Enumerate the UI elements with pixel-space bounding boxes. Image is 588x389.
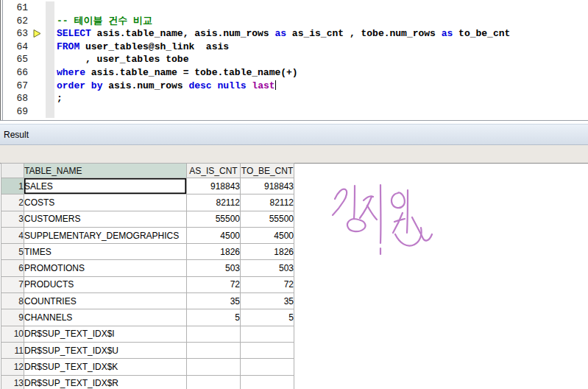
code-line[interactable]: 67order by asis.num_rows desc nulls last bbox=[3, 80, 588, 93]
cell-as-is-cnt[interactable] bbox=[187, 359, 241, 375]
column-header-to-be-cnt[interactable]: TO_BE_CNT bbox=[241, 164, 294, 178]
gutter-separator bbox=[46, 92, 54, 105]
cell-as-is-cnt[interactable] bbox=[187, 326, 241, 342]
row-number-cell[interactable]: 10 bbox=[1, 326, 24, 342]
row-number-cell[interactable]: 6 bbox=[1, 260, 24, 276]
marker-gutter bbox=[28, 53, 46, 66]
row-number-cell[interactable]: 9 bbox=[1, 309, 24, 326]
table-row: 3CUSTOMERS5550055500 bbox=[1, 211, 294, 227]
row-number-cell[interactable]: 11 bbox=[1, 342, 24, 358]
gutter-separator bbox=[46, 27, 54, 41]
code-line[interactable]: 64FROM user_tables@sh_link asis bbox=[3, 41, 588, 54]
code-line[interactable]: 68; bbox=[3, 92, 588, 105]
cell-as-is-cnt[interactable]: 1826 bbox=[187, 244, 241, 260]
row-number-cell[interactable]: 8 bbox=[1, 293, 24, 309]
row-number-cell[interactable]: 13 bbox=[1, 375, 24, 389]
cell-to-be-cnt[interactable]: 503 bbox=[241, 260, 294, 276]
grid-header-row: TABLE_NAME AS_IS_CNT TO_BE_CNT bbox=[1, 164, 294, 178]
cell-table-name[interactable]: DR$SUP_TEXT_IDX$U bbox=[24, 342, 187, 358]
cell-as-is-cnt[interactable]: 35 bbox=[187, 293, 241, 309]
row-number-cell[interactable]: 5 bbox=[1, 244, 24, 260]
marker-gutter bbox=[28, 92, 46, 105]
cell-as-is-cnt[interactable]: 55500 bbox=[187, 211, 241, 227]
cell-to-be-cnt[interactable] bbox=[241, 359, 294, 375]
tab-label: Grid Result bbox=[36, 150, 80, 161]
sql-editor-pane[interactable]: 6162-- 테이블 건수 비교63SELECT asis.table_name… bbox=[0, 0, 588, 121]
server-output-icon bbox=[16, 150, 27, 161]
grid-corner-cell[interactable] bbox=[1, 164, 24, 178]
row-number-cell[interactable]: 2 bbox=[1, 194, 24, 211]
cell-as-is-cnt[interactable] bbox=[187, 375, 241, 389]
cell-table-name[interactable]: CUSTOMERS bbox=[24, 211, 187, 227]
cell-as-is-cnt[interactable]: 5 bbox=[187, 309, 241, 326]
cell-to-be-cnt[interactable]: 4500 bbox=[241, 227, 294, 243]
line-number: 68 bbox=[3, 92, 28, 105]
cell-to-be-cnt[interactable]: 72 bbox=[241, 276, 294, 292]
line-number: 69 bbox=[3, 105, 28, 119]
cell-to-be-cnt[interactable]: 1826 bbox=[241, 244, 294, 260]
cell-table-name[interactable]: PRODUCTS bbox=[24, 276, 187, 292]
cell-to-be-cnt[interactable] bbox=[241, 375, 294, 389]
cell-table-name[interactable]: SUPPLEMENTARY_DEMOGRAPHICS bbox=[24, 227, 187, 243]
execution-marker-icon bbox=[28, 27, 46, 41]
code-lines[interactable]: 6162-- 테이블 건수 비교63SELECT asis.table_name… bbox=[3, 0, 588, 120]
text-cursor bbox=[275, 80, 277, 90]
row-number-cell[interactable]: 7 bbox=[1, 276, 24, 292]
explain-plan-icon bbox=[6, 150, 17, 161]
line-number: 67 bbox=[3, 80, 28, 93]
cell-as-is-cnt[interactable]: 4500 bbox=[187, 227, 241, 243]
cell-to-be-cnt[interactable]: 918843 bbox=[241, 178, 294, 194]
cell-table-name[interactable]: COSTS bbox=[24, 194, 187, 211]
table-row: 9CHANNELS55 bbox=[1, 309, 294, 326]
result-panel: Result Grid ResultServer OutputText Outp… bbox=[0, 124, 588, 389]
code-text bbox=[54, 1, 57, 15]
cell-to-be-cnt[interactable]: 5 bbox=[241, 309, 294, 326]
cell-to-be-cnt[interactable]: 35 bbox=[241, 293, 294, 309]
cell-to-be-cnt[interactable] bbox=[241, 342, 294, 358]
table-row: 11DR$SUP_TEXT_IDX$U bbox=[1, 342, 294, 358]
gutter-separator bbox=[46, 53, 54, 66]
cell-table-name[interactable]: DR$SUP_TEXT_IDX$I bbox=[24, 326, 187, 342]
table-row: 10DR$SUP_TEXT_IDX$I bbox=[1, 326, 294, 342]
table-row: 13DR$SUP_TEXT_IDX$R bbox=[1, 375, 294, 389]
row-number-cell[interactable]: 12 bbox=[1, 359, 24, 375]
cell-table-name[interactable]: SALES bbox=[24, 178, 187, 194]
table-row: 7PRODUCTS7272 bbox=[1, 276, 294, 292]
results-grid[interactable]: TABLE_NAME AS_IS_CNT TO_BE_CNT 1SALES918… bbox=[1, 163, 294, 389]
code-line[interactable]: 65 , user_tables tobe bbox=[3, 53, 588, 66]
cell-table-name[interactable]: DR$SUP_TEXT_IDX$K bbox=[24, 359, 187, 375]
cell-to-be-cnt[interactable] bbox=[241, 326, 294, 342]
cell-to-be-cnt[interactable]: 55500 bbox=[241, 211, 294, 227]
cell-as-is-cnt[interactable] bbox=[187, 342, 241, 358]
code-text: , user_tables tobe bbox=[54, 53, 188, 66]
code-line[interactable]: 61 bbox=[3, 1, 588, 15]
cell-table-name[interactable]: PROMOTIONS bbox=[24, 260, 187, 276]
row-number-cell[interactable]: 3 bbox=[1, 211, 24, 227]
line-number: 64 bbox=[3, 41, 28, 54]
line-number: 62 bbox=[3, 15, 28, 28]
table-row: 8COUNTRIES3535 bbox=[1, 293, 294, 309]
cell-table-name[interactable]: CHANNELS bbox=[24, 309, 187, 326]
tab-label: Statistics bbox=[16, 151, 52, 161]
row-number-cell[interactable]: 4 bbox=[1, 227, 24, 243]
cell-table-name[interactable]: TIMES bbox=[24, 244, 187, 260]
code-line[interactable]: 62-- 테이블 건수 비교 bbox=[3, 15, 588, 28]
code-line[interactable]: 66where asis.table_name = tobe.table_nam… bbox=[3, 66, 588, 80]
gutter-separator bbox=[46, 41, 54, 54]
code-line[interactable]: 63SELECT asis.table_name, asis.num_rows … bbox=[3, 27, 588, 41]
cell-as-is-cnt[interactable]: 82112 bbox=[187, 194, 241, 211]
cell-to-be-cnt[interactable]: 82112 bbox=[241, 194, 294, 211]
table-row: 4SUPPLEMENTARY_DEMOGRAPHICS45004500 bbox=[1, 227, 294, 243]
cell-as-is-cnt[interactable]: 503 bbox=[187, 260, 241, 276]
cell-table-name[interactable]: COUNTRIES bbox=[24, 293, 187, 309]
cell-as-is-cnt[interactable]: 918843 bbox=[187, 178, 241, 194]
column-header-as-is-cnt[interactable]: AS_IS_CNT bbox=[187, 164, 241, 178]
code-text: ; bbox=[54, 92, 63, 105]
code-text: where asis.table_name = tobe.table_name(… bbox=[54, 66, 298, 80]
cell-table-name[interactable]: DR$SUP_TEXT_IDX$R bbox=[24, 375, 187, 389]
row-number-cell[interactable]: 1 bbox=[1, 178, 24, 194]
column-header-table-name[interactable]: TABLE_NAME bbox=[24, 164, 187, 178]
code-line[interactable]: 69 bbox=[3, 105, 588, 119]
text-output-icon bbox=[11, 150, 22, 161]
cell-as-is-cnt[interactable]: 72 bbox=[187, 276, 241, 292]
